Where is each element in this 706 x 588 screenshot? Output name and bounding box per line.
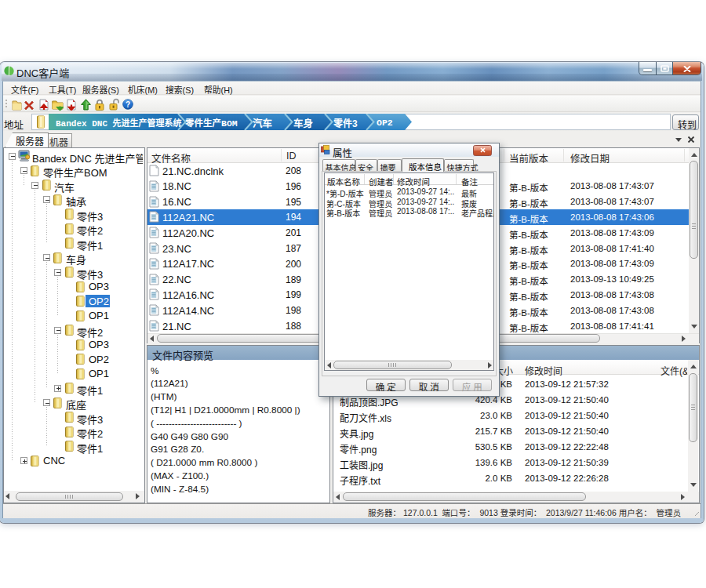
svg-text:?: ? xyxy=(126,100,130,109)
